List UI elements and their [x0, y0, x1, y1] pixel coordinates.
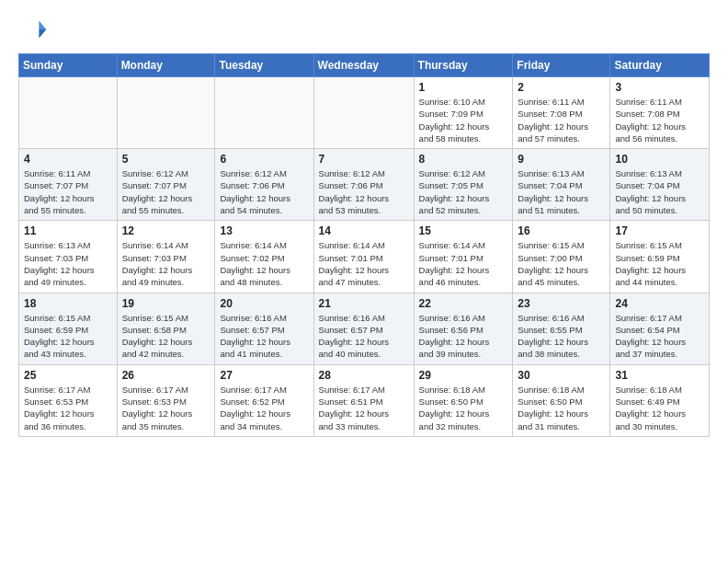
- day-number: 1: [419, 81, 508, 94]
- calendar-cell: 10Sunrise: 6:13 AMSunset: 7:04 PMDayligh…: [610, 149, 710, 221]
- calendar-cell: 25Sunrise: 6:17 AMSunset: 6:53 PMDayligh…: [19, 364, 118, 436]
- header-row: SundayMondayTuesdayWednesdayThursdayFrid…: [19, 54, 710, 77]
- day-number: 23: [518, 297, 605, 310]
- calendar-week-1: 4Sunrise: 6:11 AMSunset: 7:07 PMDaylight…: [19, 149, 710, 221]
- day-info: Sunrise: 6:16 AMSunset: 6:57 PMDaylight:…: [220, 312, 308, 361]
- day-number: 20: [220, 297, 308, 310]
- day-number: 25: [24, 369, 112, 382]
- calendar-cell: 18Sunrise: 6:15 AMSunset: 6:59 PMDayligh…: [19, 293, 118, 364]
- calendar-cell: 8Sunrise: 6:12 AMSunset: 7:05 PMDaylight…: [414, 149, 513, 221]
- day-info: Sunrise: 6:11 AMSunset: 7:08 PMDaylight:…: [615, 96, 704, 144]
- day-info: Sunrise: 6:15 AMSunset: 6:58 PMDaylight:…: [122, 312, 210, 361]
- day-number: 22: [419, 297, 508, 310]
- calendar-week-4: 25Sunrise: 6:17 AMSunset: 6:53 PMDayligh…: [19, 364, 710, 436]
- day-number: 6: [220, 153, 308, 166]
- day-number: 5: [122, 153, 210, 166]
- day-number: 28: [319, 369, 409, 382]
- day-info: Sunrise: 6:15 AMSunset: 6:59 PMDaylight:…: [24, 312, 112, 361]
- calendar-week-2: 11Sunrise: 6:13 AMSunset: 7:03 PMDayligh…: [19, 221, 710, 293]
- day-info: Sunrise: 6:12 AMSunset: 7:05 PMDaylight:…: [419, 167, 508, 216]
- day-number: 29: [419, 369, 508, 382]
- day-info: Sunrise: 6:12 AMSunset: 7:06 PMDaylight:…: [220, 167, 308, 216]
- day-info: Sunrise: 6:17 AMSunset: 6:51 PMDaylight:…: [319, 384, 409, 432]
- day-info: Sunrise: 6:11 AMSunset: 7:07 PMDaylight:…: [24, 167, 112, 216]
- day-info: Sunrise: 6:12 AMSunset: 7:06 PMDaylight:…: [319, 167, 409, 216]
- calendar-cell: 26Sunrise: 6:17 AMSunset: 6:53 PMDayligh…: [117, 364, 215, 436]
- calendar-cell: [117, 77, 215, 149]
- day-info: Sunrise: 6:11 AMSunset: 7:08 PMDaylight:…: [518, 96, 605, 144]
- svg-marker-1: [39, 29, 46, 39]
- calendar-cell: 6Sunrise: 6:12 AMSunset: 7:06 PMDaylight…: [215, 149, 313, 221]
- day-number: 13: [220, 224, 308, 237]
- day-number: 9: [518, 153, 605, 166]
- calendar-cell: 27Sunrise: 6:17 AMSunset: 6:52 PMDayligh…: [215, 364, 313, 436]
- day-number: 2: [518, 81, 605, 94]
- calendar-cell: 17Sunrise: 6:15 AMSunset: 6:59 PMDayligh…: [610, 221, 710, 293]
- day-info: Sunrise: 6:15 AMSunset: 6:59 PMDaylight:…: [615, 239, 704, 288]
- calendar-cell: 5Sunrise: 6:12 AMSunset: 7:07 PMDaylight…: [117, 149, 215, 221]
- day-info: Sunrise: 6:16 AMSunset: 6:56 PMDaylight:…: [419, 312, 508, 361]
- calendar-cell: 2Sunrise: 6:11 AMSunset: 7:08 PMDaylight…: [513, 77, 610, 149]
- day-info: Sunrise: 6:14 AMSunset: 7:01 PMDaylight:…: [419, 239, 508, 288]
- day-info: Sunrise: 6:13 AMSunset: 7:04 PMDaylight:…: [518, 167, 605, 216]
- day-info: Sunrise: 6:12 AMSunset: 7:07 PMDaylight:…: [122, 167, 210, 216]
- day-info: Sunrise: 6:13 AMSunset: 7:03 PMDaylight:…: [24, 239, 112, 288]
- calendar-cell: 31Sunrise: 6:18 AMSunset: 6:49 PMDayligh…: [610, 364, 710, 436]
- day-number: 3: [615, 81, 704, 94]
- day-info: Sunrise: 6:18 AMSunset: 6:50 PMDaylight:…: [518, 384, 605, 432]
- day-info: Sunrise: 6:14 AMSunset: 7:02 PMDaylight:…: [220, 239, 308, 288]
- header: [18, 15, 710, 44]
- calendar-cell: [19, 77, 118, 149]
- calendar-cell: 11Sunrise: 6:13 AMSunset: 7:03 PMDayligh…: [19, 221, 118, 293]
- header-cell-sunday: Sunday: [19, 54, 118, 77]
- day-info: Sunrise: 6:18 AMSunset: 6:49 PMDaylight:…: [615, 384, 704, 432]
- day-info: Sunrise: 6:18 AMSunset: 6:50 PMDaylight:…: [419, 384, 508, 432]
- calendar-week-3: 18Sunrise: 6:15 AMSunset: 6:59 PMDayligh…: [19, 293, 710, 364]
- calendar-cell: 4Sunrise: 6:11 AMSunset: 7:07 PMDaylight…: [19, 149, 118, 221]
- header-cell-friday: Friday: [513, 54, 610, 77]
- calendar-header: SundayMondayTuesdayWednesdayThursdayFrid…: [19, 54, 710, 77]
- logo-icon: [18, 15, 48, 44]
- day-info: Sunrise: 6:17 AMSunset: 6:54 PMDaylight:…: [615, 312, 704, 361]
- calendar-cell: 24Sunrise: 6:17 AMSunset: 6:54 PMDayligh…: [610, 293, 710, 364]
- calendar-cell: 1Sunrise: 6:10 AMSunset: 7:09 PMDaylight…: [414, 77, 513, 149]
- calendar-cell: 16Sunrise: 6:15 AMSunset: 7:00 PMDayligh…: [513, 221, 610, 293]
- calendar-cell: 29Sunrise: 6:18 AMSunset: 6:50 PMDayligh…: [414, 364, 513, 436]
- logo: [18, 15, 51, 44]
- calendar-body: 1Sunrise: 6:10 AMSunset: 7:09 PMDaylight…: [19, 77, 710, 437]
- day-number: 4: [24, 153, 112, 166]
- svg-marker-0: [39, 20, 46, 29]
- day-number: 16: [518, 224, 605, 237]
- calendar-week-0: 1Sunrise: 6:10 AMSunset: 7:09 PMDaylight…: [19, 77, 710, 149]
- calendar-cell: 12Sunrise: 6:14 AMSunset: 7:03 PMDayligh…: [117, 221, 215, 293]
- day-info: Sunrise: 6:16 AMSunset: 6:57 PMDaylight:…: [319, 312, 409, 361]
- calendar-cell: 22Sunrise: 6:16 AMSunset: 6:56 PMDayligh…: [414, 293, 513, 364]
- day-info: Sunrise: 6:15 AMSunset: 7:00 PMDaylight:…: [518, 239, 605, 288]
- day-number: 21: [319, 297, 409, 310]
- day-number: 27: [220, 369, 308, 382]
- header-cell-thursday: Thursday: [414, 54, 513, 77]
- day-number: 31: [615, 369, 704, 382]
- day-number: 15: [419, 224, 508, 237]
- header-cell-tuesday: Tuesday: [215, 54, 313, 77]
- calendar-cell: 21Sunrise: 6:16 AMSunset: 6:57 PMDayligh…: [313, 293, 414, 364]
- day-info: Sunrise: 6:17 AMSunset: 6:53 PMDaylight:…: [24, 384, 112, 432]
- calendar-table: SundayMondayTuesdayWednesdayThursdayFrid…: [18, 53, 710, 437]
- day-number: 7: [319, 153, 409, 166]
- calendar-cell: 13Sunrise: 6:14 AMSunset: 7:02 PMDayligh…: [215, 221, 313, 293]
- calendar-cell: 28Sunrise: 6:17 AMSunset: 6:51 PMDayligh…: [313, 364, 414, 436]
- day-number: 12: [122, 224, 210, 237]
- calendar-cell: 9Sunrise: 6:13 AMSunset: 7:04 PMDaylight…: [513, 149, 610, 221]
- day-number: 18: [24, 297, 112, 310]
- calendar-cell: [215, 77, 313, 149]
- day-info: Sunrise: 6:16 AMSunset: 6:55 PMDaylight:…: [518, 312, 605, 361]
- day-info: Sunrise: 6:14 AMSunset: 7:01 PMDaylight:…: [319, 239, 409, 288]
- day-info: Sunrise: 6:17 AMSunset: 6:53 PMDaylight:…: [122, 384, 210, 432]
- calendar-cell: 3Sunrise: 6:11 AMSunset: 7:08 PMDaylight…: [610, 77, 710, 149]
- header-cell-saturday: Saturday: [610, 54, 710, 77]
- day-number: 10: [615, 153, 704, 166]
- day-number: 11: [24, 224, 112, 237]
- day-number: 26: [122, 369, 210, 382]
- calendar-cell: 23Sunrise: 6:16 AMSunset: 6:55 PMDayligh…: [513, 293, 610, 364]
- day-number: 8: [419, 153, 508, 166]
